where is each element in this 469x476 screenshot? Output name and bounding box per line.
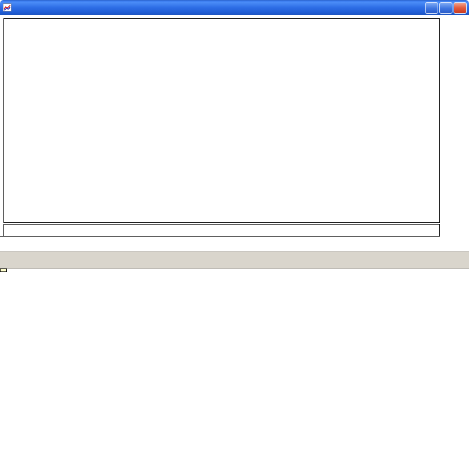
horizontal-line-tooltip [0,269,7,272]
x-axis [0,236,440,252]
minimize-button[interactable] [425,2,438,14]
volume-pane [3,224,440,237]
window-controls [425,2,467,14]
price-chart-canvas[interactable] [4,19,439,222]
volume-canvas [4,225,439,236]
title-bar[interactable] [0,0,469,15]
price-chart-pane[interactable] [3,18,440,223]
fibonacci-chart-canvas[interactable] [0,269,469,476]
chart-toolbar [0,251,469,262]
close-button[interactable] [454,2,467,14]
restore-button[interactable] [439,2,452,14]
trading-app-window [0,0,469,476]
window-icon [3,3,11,11]
fibonacci-chart-pane[interactable] [0,268,469,476]
window-divider [0,262,469,268]
